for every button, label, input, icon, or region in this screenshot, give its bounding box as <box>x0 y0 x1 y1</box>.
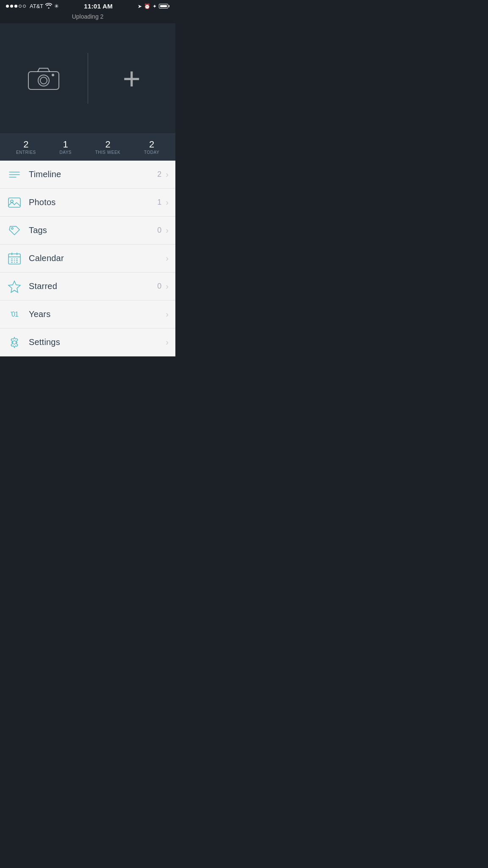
svg-point-24 <box>13 341 16 344</box>
starred-label: Starred <box>29 281 157 291</box>
timeline-count: 2 <box>157 170 161 179</box>
camera-button[interactable] <box>0 23 88 134</box>
days-label: DAYS <box>59 150 72 155</box>
svg-point-1 <box>38 75 49 86</box>
stat-today: 2 TODAY <box>144 140 159 155</box>
menu-item-years[interactable]: '01 Years › <box>0 300 175 328</box>
stat-entries: 2 ENTRIES <box>16 140 36 155</box>
menu-list: Timeline 2 › Photos 1 › Tags 0 › <box>0 161 175 356</box>
camera-area: + <box>0 23 175 134</box>
tags-chevron: › <box>166 225 169 235</box>
settings-chevron: › <box>166 337 169 347</box>
signal-strength <box>6 5 26 8</box>
days-count: 1 <box>63 140 68 149</box>
plus-icon: + <box>123 63 141 94</box>
entries-label: ENTRIES <box>16 150 36 155</box>
signal-dot-1 <box>6 5 9 8</box>
status-bar: AT&T ✳ 11:01 AM ➤ ⏰ ✦ <box>0 0 175 11</box>
signal-dot-5 <box>23 5 26 8</box>
bluetooth-icon: ✦ <box>152 3 157 9</box>
activity-icon: ✳ <box>54 3 59 9</box>
stats-bar: 2 ENTRIES 1 DAYS 2 THIS WEEK 2 TODAY <box>0 134 175 161</box>
timeline-chevron: › <box>166 170 169 179</box>
svg-point-3 <box>52 74 54 76</box>
timeline-label: Timeline <box>29 170 157 179</box>
signal-dot-3 <box>14 5 17 8</box>
entries-count: 2 <box>23 140 28 149</box>
starred-chevron: › <box>166 281 169 291</box>
years-icon: '01 <box>7 307 22 322</box>
svg-rect-7 <box>8 198 20 207</box>
stat-this-week: 2 THIS WEEK <box>95 140 121 155</box>
today-label: TODAY <box>144 150 159 155</box>
this-week-count: 2 <box>105 140 110 149</box>
svg-point-2 <box>40 77 47 84</box>
menu-item-timeline[interactable]: Timeline 2 › <box>0 161 175 189</box>
menu-item-tags[interactable]: Tags 0 › <box>0 217 175 245</box>
menu-item-calendar[interactable]: Calendar › <box>0 245 175 273</box>
carrier-label: AT&T <box>30 3 43 9</box>
battery-icon <box>159 4 169 8</box>
starred-icon <box>7 279 22 294</box>
status-right: ➤ ⏰ ✦ <box>138 3 169 9</box>
calendar-label: Calendar <box>29 253 161 263</box>
photos-icon <box>7 195 22 210</box>
tags-icon <box>7 223 22 238</box>
signal-dot-4 <box>19 5 22 8</box>
stat-days: 1 DAYS <box>59 140 72 155</box>
clock: 11:01 AM <box>84 3 113 10</box>
menu-item-photos[interactable]: Photos 1 › <box>0 189 175 217</box>
this-week-label: THIS WEEK <box>95 150 121 155</box>
menu-item-settings[interactable]: Settings › <box>0 328 175 356</box>
wifi-icon <box>45 3 52 10</box>
upload-status: Uploading 2 <box>0 11 175 23</box>
signal-dot-2 <box>10 5 13 8</box>
add-entry-button[interactable]: + <box>88 23 176 134</box>
timeline-icon <box>7 167 22 182</box>
settings-label: Settings <box>29 337 161 347</box>
years-chevron: › <box>166 309 169 319</box>
svg-marker-23 <box>8 281 20 292</box>
location-icon: ➤ <box>138 3 142 9</box>
calendar-icon <box>7 251 22 266</box>
tags-label: Tags <box>29 225 157 235</box>
calendar-chevron: › <box>166 253 169 263</box>
photos-chevron: › <box>166 198 169 207</box>
svg-point-9 <box>11 228 13 229</box>
alarm-icon: ⏰ <box>144 3 150 9</box>
menu-item-starred[interactable]: Starred 0 › <box>0 273 175 300</box>
svg-rect-0 <box>28 72 59 89</box>
starred-count: 0 <box>157 282 161 291</box>
upload-text: Uploading 2 <box>72 13 104 20</box>
today-count: 2 <box>149 140 154 149</box>
photos-count: 1 <box>157 198 161 207</box>
years-label: Years <box>29 309 161 319</box>
status-left: AT&T ✳ <box>6 3 59 10</box>
photos-label: Photos <box>29 198 157 207</box>
tags-count: 0 <box>157 226 161 235</box>
camera-icon <box>27 66 61 91</box>
settings-icon <box>7 335 22 350</box>
